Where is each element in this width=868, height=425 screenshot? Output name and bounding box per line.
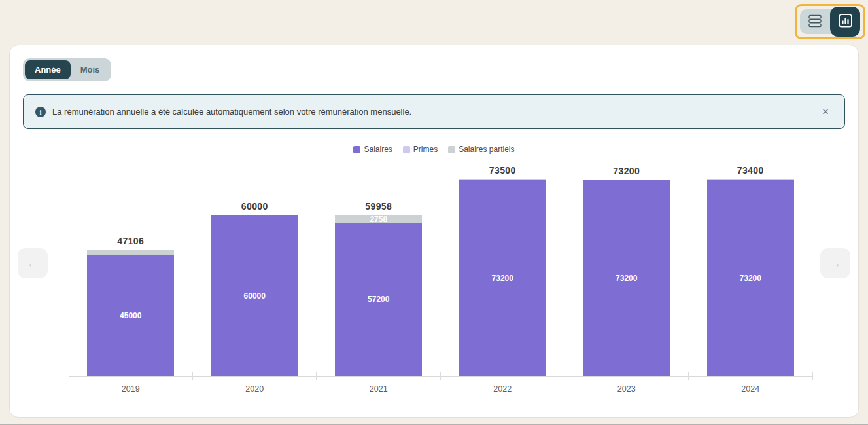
prev-page-button[interactable]: ← <box>18 248 48 278</box>
segment-value-label: 45000 <box>120 311 141 320</box>
chart-view-button[interactable] <box>830 7 860 37</box>
banner-text: La rémunération annuelle a été calculée … <box>52 107 411 117</box>
bar-cell: 6000060000 <box>193 180 317 376</box>
view-toggle-highlight <box>795 4 865 39</box>
bar-segment[interactable]: 73200 <box>707 180 794 376</box>
bar-cell: 27585720059958 <box>317 180 441 376</box>
axis-tick <box>688 372 689 380</box>
bar-cell: 7320073200 <box>564 180 689 376</box>
bar-stack: 45000 <box>87 250 174 376</box>
bar-segment[interactable]: 73200 <box>459 180 546 376</box>
x-axis-tick-label: 2020 <box>193 384 317 394</box>
x-axis-tick-label: 2024 <box>689 384 813 394</box>
axis-tick <box>192 372 193 380</box>
bar-segment[interactable]: 60000 <box>211 215 298 376</box>
bar-segment[interactable]: 2758 <box>335 215 422 223</box>
period-toggle: Année Mois <box>23 58 111 81</box>
axis-tick <box>69 372 69 380</box>
legend-item: Salaires partiels <box>448 145 514 154</box>
plot-area: 4500047106600006000027585720059958732007… <box>69 180 812 377</box>
info-banner: i La rémunération annuelle a été calculé… <box>23 94 845 129</box>
bar-stack: 73200 <box>583 180 670 376</box>
bar-total-label: 73200 <box>564 166 689 176</box>
legend-label: Salaires <box>364 145 392 154</box>
legend-item: Primes <box>403 145 438 154</box>
segment-value-label: 57200 <box>368 295 389 304</box>
bar-cell: 4500047106 <box>69 180 193 376</box>
bar-total-label: 73500 <box>441 165 565 176</box>
legend-item: Salaires <box>353 145 392 154</box>
tab-annee[interactable]: Année <box>25 60 71 79</box>
rows-list-icon <box>808 14 822 29</box>
bar-segment[interactable]: 73200 <box>583 180 670 376</box>
chart-legend: SalairesPrimesSalaires partiels <box>23 145 845 154</box>
axis-tick <box>564 372 564 380</box>
bar-segment[interactable]: 45000 <box>87 255 174 376</box>
bar-total-label: 60000 <box>193 201 317 212</box>
chart-section: SalairesPrimesSalaires partiels 45000471… <box>23 145 845 394</box>
bar-stack: 73200 <box>459 179 546 376</box>
segment-value-label: 60000 <box>244 291 266 301</box>
x-axis-tick-label: 2022 <box>441 384 565 394</box>
legend-label: Primes <box>413 145 438 154</box>
segment-value-label: 73200 <box>492 274 513 283</box>
bar-stack: 60000 <box>211 215 298 376</box>
axis-tick <box>812 372 813 380</box>
bar-total-label: 73400 <box>689 165 813 176</box>
x-axis-tick-label: 2021 <box>317 384 441 394</box>
segment-value-label: 73200 <box>740 274 761 283</box>
segment-value-label: 73200 <box>616 274 637 283</box>
info-icon: i <box>35 107 46 117</box>
bar-cell: 7320073400 <box>689 180 813 376</box>
axis-tick <box>440 372 441 380</box>
bar-chart-icon <box>839 14 852 29</box>
legend-swatch <box>353 146 360 153</box>
x-axis-tick-label: 2023 <box>564 384 689 394</box>
bar-total-label: 47106 <box>69 236 193 246</box>
legend-swatch <box>403 146 410 153</box>
banner-close-button[interactable]: × <box>818 105 833 119</box>
remuneration-card: Année Mois i La rémunération annuelle a … <box>9 45 859 418</box>
bar-stack: 275857200 <box>335 215 422 376</box>
legend-label: Salaires partiels <box>459 145 514 154</box>
legend-swatch <box>448 146 455 153</box>
bar-cell: 7320073500 <box>441 180 565 376</box>
view-toggle-group <box>800 9 860 34</box>
list-view-button[interactable] <box>800 9 830 34</box>
tab-mois[interactable]: Mois <box>71 60 110 79</box>
bar-segment[interactable] <box>87 250 174 256</box>
axis-tick <box>316 372 317 380</box>
bar-segment[interactable]: 57200 <box>335 223 422 376</box>
bar-total-label: 59958 <box>317 201 441 212</box>
x-axis-tick-label: 2019 <box>69 384 193 394</box>
x-axis-labels: 201920202021202220232024 <box>69 384 812 394</box>
bar-stack: 73200 <box>707 179 794 376</box>
next-page-button[interactable]: → <box>820 248 850 278</box>
